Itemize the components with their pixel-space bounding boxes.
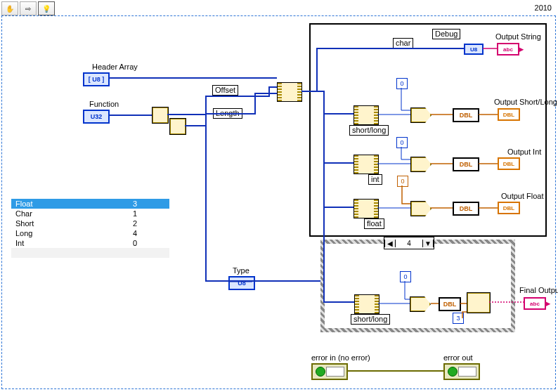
zero-const-3[interactable]: 0 (397, 176, 408, 187)
format-into-string-node[interactable] (467, 292, 491, 313)
function-terminal[interactable]: U32 (83, 110, 110, 124)
cast-shortlong-node[interactable] (353, 105, 379, 125)
type-table-row[interactable]: Long4 (11, 228, 169, 238)
type-table-row[interactable]: Short2 (11, 218, 169, 228)
case-next-icon[interactable]: ▼ (422, 240, 434, 247)
cast-case-node[interactable] (354, 294, 379, 314)
output-float-label: Output Float (501, 192, 544, 200)
output-float-indicator[interactable]: DBL (498, 202, 520, 214)
cast-float-node[interactable] (353, 199, 379, 218)
length-label: Length (213, 108, 242, 119)
error-in-label: error in (no error) (311, 353, 370, 362)
case-prev-icon[interactable]: ◀ (384, 240, 396, 247)
zero-const-case[interactable]: 0 (400, 271, 411, 282)
final-output-label: Final Output (519, 286, 558, 294)
index-offset-node[interactable] (152, 107, 169, 124)
output-string-label: Output String (495, 32, 541, 41)
type-table-row[interactable]: Int0 (11, 238, 169, 248)
block-diagram: 2010 Header Array [ U8 ] Function U32 Of… (1, 1, 557, 391)
type-table[interactable]: Float3Char1Short2Long4Int0 (11, 199, 169, 258)
final-output-indicator[interactable]: abc (524, 297, 546, 310)
dbl-shortlong: DBL (453, 108, 479, 122)
type-table-row[interactable]: Float3 (11, 199, 169, 209)
function-label: Function (89, 100, 119, 108)
output-string-indicator[interactable]: abc (497, 43, 519, 55)
case-value: 4 (396, 240, 422, 247)
index-length-node[interactable] (169, 118, 186, 135)
output-shortlong-label: Output Short/Long (494, 98, 557, 106)
offset-label: Offset (212, 85, 238, 96)
type-table-row[interactable]: Char1 (11, 209, 169, 218)
zero-const-2[interactable]: 0 (396, 137, 408, 148)
debug-label: Debug (432, 29, 460, 39)
output-int-label: Output Int (507, 148, 541, 156)
header-array-terminal[interactable]: [ U8 ] (83, 72, 110, 86)
error-in-cluster[interactable] (311, 363, 348, 380)
const-three[interactable]: 3 (453, 313, 464, 324)
u8-to-string-node[interactable]: U8 (464, 44, 484, 55)
case-structure[interactable] (320, 240, 515, 332)
shortlong-label: short/long (349, 125, 389, 136)
header-array-label: Header Array (92, 63, 138, 71)
float-label: float (364, 218, 384, 229)
zero-const-1[interactable]: 0 (396, 78, 408, 89)
output-shortlong-indicator[interactable]: DBL (498, 108, 520, 121)
dbl-int: DBL (453, 157, 479, 171)
type-label: Type (233, 266, 249, 275)
version-label: 2010 (535, 4, 552, 12)
error-out-label: error out (443, 353, 473, 362)
char-label: char (393, 38, 413, 48)
cast-int-node[interactable] (353, 155, 379, 174)
dbl-float: DBL (453, 202, 479, 216)
int-label: int (368, 174, 382, 185)
array-subset-node[interactable] (277, 82, 302, 102)
error-out-cluster[interactable] (443, 363, 480, 380)
dbl-case: DBL (439, 297, 461, 311)
type-terminal[interactable]: U8 (228, 276, 255, 290)
case-selector[interactable]: ◀ 4 ▼ (384, 237, 434, 249)
output-int-indicator[interactable]: DBL (498, 157, 520, 170)
shortlong2-label: short/long (351, 314, 390, 325)
